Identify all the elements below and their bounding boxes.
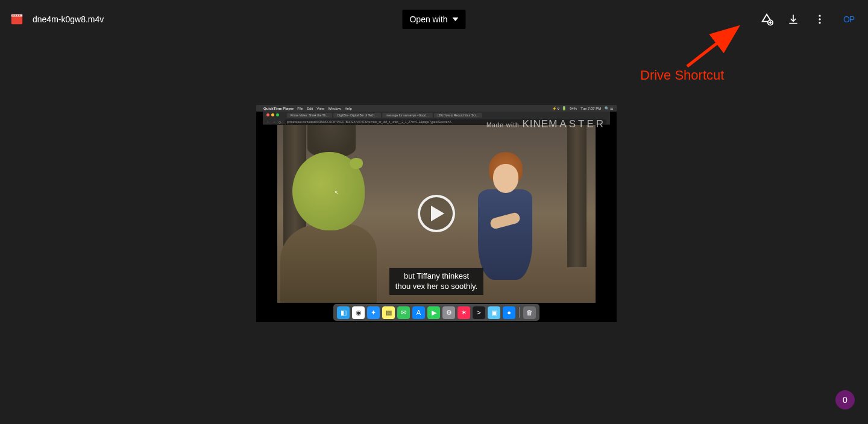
browser-tab: DigitBin - Digital Bin of Tech… xyxy=(333,113,381,118)
reload-icon: ⟳ xyxy=(278,120,282,124)
video-preview: QuickTime Player File Edit View Window H… xyxy=(256,105,617,322)
menu-help: Help xyxy=(345,107,352,110)
dock-trash-icon: 🗑 xyxy=(523,306,536,319)
dock-finder-icon: ◧ xyxy=(337,306,350,319)
caption-line: but Tiffany thinkest xyxy=(404,271,469,280)
svg-rect-5 xyxy=(19,15,20,16)
dock-terminal-icon: > xyxy=(473,306,485,319)
file-name: dne4m-k0gw8.m4v xyxy=(33,14,104,24)
cursor-icon: ↖ xyxy=(335,190,339,195)
battery-pct: 94% xyxy=(570,107,577,110)
dock-chrome-icon: ◉ xyxy=(352,306,365,319)
dock-facetime-icon: ▶ xyxy=(427,306,440,319)
browser-tab: Prime Video: Shrek the Th… xyxy=(287,113,332,118)
mac-menubar: QuickTime Player File Edit View Window H… xyxy=(256,105,617,112)
menu-view: View xyxy=(316,107,324,110)
annotation-label: Drive Shortcut xyxy=(640,68,724,83)
add-to-drive-icon[interactable] xyxy=(760,12,774,27)
dock-globe-icon: ● xyxy=(503,306,515,319)
play-icon xyxy=(431,206,444,221)
forward-icon: → xyxy=(272,120,276,124)
play-button[interactable] xyxy=(418,195,455,232)
open-with-label: Open with xyxy=(409,14,447,24)
menubar-icons: ⚡ ᯤ 🔋 xyxy=(552,106,566,110)
dock-preview-icon: ▣ xyxy=(488,306,500,319)
dock-safari-icon: ✦ xyxy=(367,306,380,319)
menu-file: File xyxy=(297,107,303,110)
dock-lips-icon: ✶ xyxy=(458,306,470,319)
dock-messages-icon: ✉ xyxy=(397,306,410,319)
spotlight-icon: 🔍 ☰ xyxy=(605,106,613,110)
dock-notes-icon: ▤ xyxy=(382,306,395,319)
clock: Tue 7:07 PM xyxy=(580,107,601,110)
svg-point-11 xyxy=(819,22,820,24)
more-actions-icon[interactable] xyxy=(813,12,827,27)
viewer-topbar: dne4m-k0gw8.m4v Open with OP xyxy=(0,0,868,39)
caret-down-icon xyxy=(453,17,459,21)
svg-rect-2 xyxy=(13,15,14,16)
caption-line: thou vex her so soothly. xyxy=(395,282,477,291)
watermark-prefix: Made with xyxy=(486,122,520,128)
account-avatar[interactable]: OP xyxy=(839,10,858,29)
topbar-actions: OP xyxy=(760,10,858,29)
svg-point-10 xyxy=(819,18,820,20)
open-with-button[interactable]: Open with xyxy=(402,10,465,29)
kinemaster-watermark: Made with KINEMASTER xyxy=(486,118,606,130)
character-fiona xyxy=(472,152,538,279)
video-caption: but Tiffany thinkest thou vex her so soo… xyxy=(389,268,483,295)
character-shrek xyxy=(277,152,377,303)
svg-rect-3 xyxy=(14,15,16,16)
mac-dock: ◧◉✦▤✉A▶⚙✶>▣●🗑 xyxy=(333,304,539,321)
svg-rect-4 xyxy=(17,15,18,16)
menu-window: Window xyxy=(328,107,341,110)
comment-count-fab[interactable]: 0 xyxy=(835,390,855,410)
menubar-app: QuickTime Player xyxy=(263,107,294,110)
video-file-icon xyxy=(10,12,24,27)
scene-pillar xyxy=(567,125,587,267)
dock-settings-icon: ⚙ xyxy=(442,306,455,319)
menu-edit: Edit xyxy=(307,107,313,110)
dock-appstore-icon: A xyxy=(412,306,425,319)
watermark-brand: KINE xyxy=(522,118,549,130)
download-icon[interactable] xyxy=(786,12,800,27)
watermark-brand: MASTER xyxy=(549,118,606,130)
svg-point-9 xyxy=(819,15,820,17)
browser-tab: (29) How to Record Your Scr… xyxy=(434,113,483,118)
browser-tab: message for sansevyn - Good… xyxy=(382,113,433,118)
back-icon: ← xyxy=(266,120,270,124)
window-traffic-lights xyxy=(266,113,279,116)
